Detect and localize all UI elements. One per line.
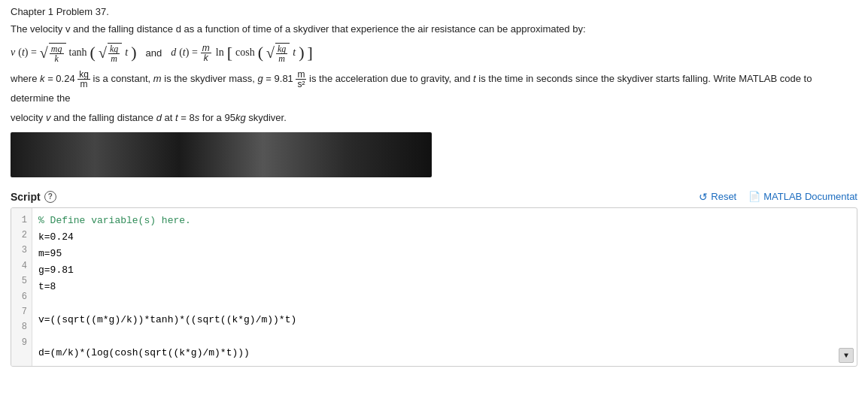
code-line-4: g=9.81	[38, 262, 851, 279]
line-num-9: 9	[11, 335, 32, 350]
line-numbers: 1 2 3 4 5 6 7 8 9	[11, 208, 32, 367]
sqrt-mg-k: √ mg k	[40, 43, 66, 63]
open-paren-big: (	[90, 44, 96, 61]
code-editor[interactable]: 1 2 3 4 5 6 7 8 9 % Define variable(s) h…	[11, 207, 857, 367]
formula-row: v (t) = √ mg k tanh ( √ kg m t ) an	[11, 43, 857, 63]
code-line-3: m=95	[38, 246, 851, 262]
code-line-6	[38, 295, 851, 312]
line-num-7: 7	[11, 304, 32, 319]
ln-label: ln	[216, 47, 224, 59]
code-line-5: t=8	[38, 279, 851, 295]
close-bracket: ]	[308, 44, 313, 61]
line-num-4: 4	[11, 258, 32, 274]
script-section: Script ? ↺ Reset 📄 MATLAB Documentat 1 2	[11, 191, 857, 367]
sqrt-kg-m-v: √ kg m	[99, 43, 122, 63]
script-header: Script ? ↺ Reset 📄 MATLAB Documentat	[11, 191, 857, 203]
reset-button[interactable]: ↺ Reset	[699, 191, 736, 203]
line-num-3: 3	[11, 243, 32, 258]
formula-v-parens: (t) =	[18, 47, 37, 59]
and-label: and	[145, 47, 162, 59]
code-line-8	[38, 328, 851, 345]
close-paren-big2: )	[299, 44, 304, 61]
matlab-doc-link[interactable]: 📄 MATLAB Documentat	[748, 191, 857, 202]
cosh-label: cosh	[235, 47, 255, 59]
code-line-1: % Define variable(s) here.	[38, 213, 851, 229]
tanh-label: tanh	[69, 47, 87, 59]
chapter-title: Chapter 1 Problem 37.	[11, 6, 857, 17]
matlab-doc-label: MATLAB Documentat	[763, 191, 857, 202]
t-label-v: t	[125, 47, 128, 59]
line-num-5: 5	[11, 274, 32, 289]
formula-d-label: d	[171, 47, 176, 59]
line-num-2: 2	[11, 228, 32, 243]
code-line-2: k=0.24	[38, 229, 851, 246]
code-content[interactable]: % Define variable(s) here. k=0.24 m=95 g…	[32, 208, 857, 367]
reset-label: Reset	[711, 191, 736, 202]
formula-d-parens: (t) =	[179, 47, 198, 59]
formula-v-label: v	[11, 47, 15, 59]
close-paren-big: )	[131, 44, 136, 61]
scroll-to-bottom-button[interactable]: ▼	[839, 348, 854, 363]
frac-m-k: m k	[201, 44, 211, 62]
line-num-8: 8	[11, 319, 32, 334]
problem-intro: The velocity v and the falling distance …	[11, 22, 857, 37]
line-num-6: 6	[11, 289, 32, 304]
param-text: where k = 0.24 kgm is a constant, m is t…	[11, 69, 857, 128]
t-label-d: t	[293, 47, 296, 59]
doc-icon: 📄	[748, 191, 760, 202]
sqrt-kg-m-d: √ kg m	[266, 43, 290, 63]
open-bracket: [	[227, 44, 232, 61]
script-title: Script	[11, 191, 41, 203]
script-actions: ↺ Reset 📄 MATLAB Documentat	[699, 191, 857, 203]
code-line-7: v=((sqrt((m*g)/k))*tanh)*((sqrt((k*g)/m)…	[38, 312, 851, 328]
script-label-group: Script ?	[11, 191, 56, 203]
open-paren-big2: (	[258, 44, 263, 61]
reset-icon: ↺	[699, 191, 708, 203]
code-line-9: d=(m/k)*(log(cosh(sqrt((k*g)/m)*t)))	[38, 345, 851, 361]
help-icon[interactable]: ?	[44, 191, 56, 203]
line-num-1: 1	[11, 213, 32, 228]
problem-diagram	[11, 132, 432, 177]
